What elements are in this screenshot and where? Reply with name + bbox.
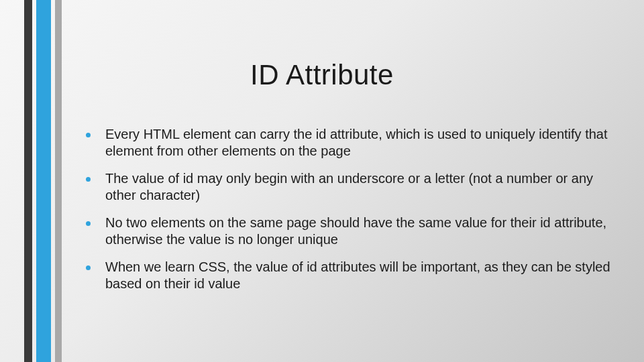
bullet-icon [86,265,91,270]
bullet-list: Every HTML element can carry the id attr… [86,126,614,303]
bullet-icon [86,177,91,182]
bullet-text: When we learn CSS, the value of id attri… [105,259,614,292]
decorative-stripes [24,0,62,362]
list-item: When we learn CSS, the value of id attri… [86,259,614,292]
bullet-text: The value of id may only begin with an u… [105,170,614,204]
bullet-text: No two elements on the same page should … [105,215,614,248]
bullet-icon [86,221,91,226]
stripe-gray [55,0,62,362]
stripe-blue [36,0,51,362]
bullet-icon [86,133,91,137]
list-item: No two elements on the same page should … [86,215,614,248]
list-item: Every HTML element can carry the id attr… [86,126,614,160]
list-item: The value of id may only begin with an u… [86,170,614,204]
slide-title: ID Attribute [0,59,644,91]
stripe-dark [24,0,32,362]
bullet-text: Every HTML element can carry the id attr… [105,126,614,160]
